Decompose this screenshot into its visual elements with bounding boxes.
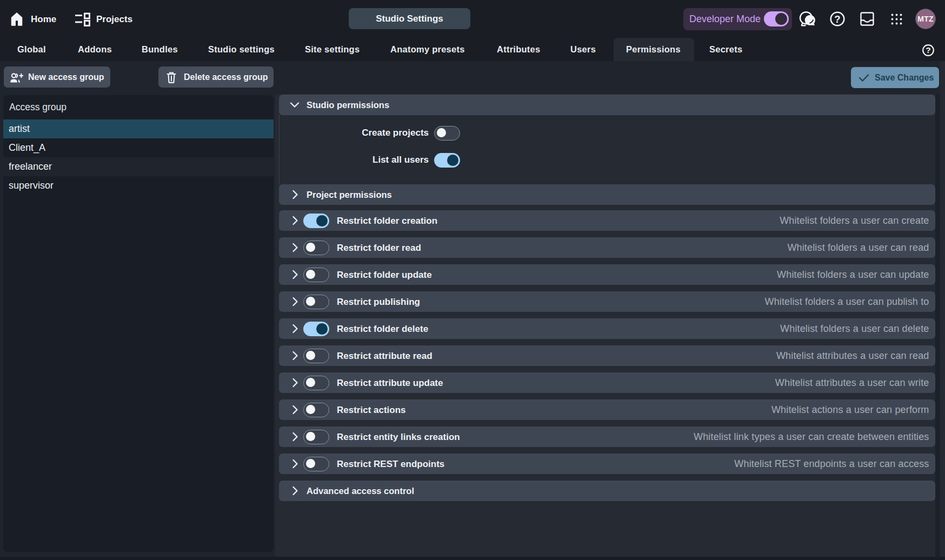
svg-text:?: ? [834, 14, 840, 25]
svg-text:?: ? [926, 45, 930, 55]
